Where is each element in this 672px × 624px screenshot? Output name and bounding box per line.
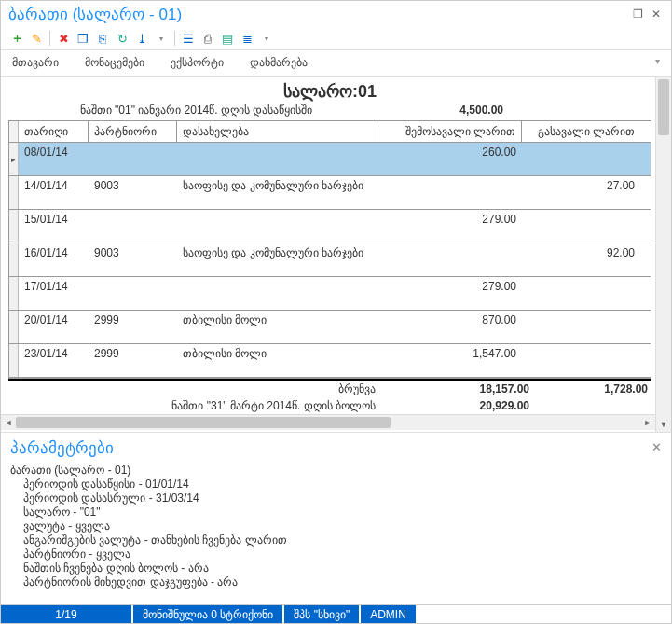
cell-partner: 2999 [89, 311, 177, 343]
col-date[interactable]: თარიღი [19, 121, 89, 142]
menu-overflow-icon[interactable]: ▾ [655, 56, 660, 69]
window-title: ბარათი (სალარო - 01) [8, 5, 182, 24]
hscroll-thumb[interactable] [16, 417, 391, 428]
table-row[interactable]: 14/01/149003საოფისე და კომუნალური ხარჯებ… [9, 176, 651, 210]
table-row[interactable]: 15/01/14279.00 [9, 210, 651, 243]
report-title: სალარო:01 [8, 77, 651, 102]
col-name[interactable]: დასახელება [177, 121, 377, 142]
cell-date: 15/01/14 [19, 210, 89, 243]
cell-name: საოფისე და კომუნალური ხარჯები [177, 176, 377, 209]
row-indicator-icon [9, 176, 19, 209]
add-button[interactable]: ＋ [8, 30, 25, 47]
cell-date: 08/01/14 [19, 143, 89, 175]
cell-outgo: 27.00 [522, 176, 640, 209]
closing-balance-value: 20,929.00 [385, 399, 529, 412]
turnover-outgo: 1,728.00 [529, 382, 648, 395]
horizontal-scrollbar[interactable]: ◄ ► [1, 414, 655, 430]
param-line: ნაშთის ჩვენება დღის ბოლოს - არა [10, 562, 662, 575]
cell-name: თბილისი მოლი [177, 311, 377, 343]
excel-button[interactable]: ▤ [219, 30, 236, 47]
vscroll-thumb[interactable] [658, 79, 669, 135]
col-income[interactable]: შემოსავალი ლარით [377, 121, 522, 142]
cell-income [377, 176, 522, 209]
cell-name: თბილისი მოლი [177, 344, 377, 377]
print-button[interactable]: ⎙ [199, 30, 216, 47]
dropdown-icon[interactable]: ▾ [258, 30, 275, 47]
cell-income [377, 243, 522, 276]
cell-outgo [522, 344, 640, 377]
row-indicator-icon [9, 243, 19, 276]
cell-partner: 9003 [89, 176, 177, 209]
scroll-down-icon[interactable]: ▼ [656, 417, 671, 432]
status-bar: 1/19 მონიშნულია 0 სტრიქონი შპს "სხივი" A… [1, 604, 671, 623]
col-outgo[interactable]: გასავალი ლარით [522, 121, 640, 142]
separator [174, 31, 175, 46]
params-title: პარამეტრები [10, 433, 662, 464]
toolbar: ＋ ✎ ✖ ❐ ⎘ ↻ ⤓ ▾ ☰ ⎙ ▤ ≣ ▾ [1, 27, 671, 50]
cell-income: 260.00 [377, 143, 522, 175]
param-line: პარტნიორი - ყველა [10, 548, 662, 562]
export-button[interactable]: ⤓ [133, 30, 150, 47]
col-partner[interactable]: პარტნიორი [89, 121, 177, 142]
cell-name: საოფისე და კომუნალური ხარჯები [177, 243, 377, 276]
cell-date: 14/01/14 [19, 176, 89, 209]
closing-balance-label: ნაშთი "31" მარტი 2014წ. დღის ბოლოს [12, 399, 385, 412]
word-button[interactable]: ≣ [239, 30, 255, 47]
cell-date: 20/01/14 [19, 311, 89, 343]
menu-export[interactable]: ექსპორტი [171, 56, 224, 69]
cell-date: 16/01/14 [19, 243, 89, 276]
cell-income: 1,547.00 [377, 344, 522, 377]
cell-date: 23/01/14 [19, 344, 89, 377]
opening-balance-label: ნაშთი "01" იანვარი 2014წ. დღის დასაწყისშ… [18, 104, 375, 117]
cell-partner: 2999 [89, 344, 177, 377]
cell-name [177, 277, 377, 310]
cell-outgo [522, 210, 640, 243]
cell-name [177, 210, 377, 243]
cell-partner [89, 210, 177, 243]
menu-help[interactable]: დახმარება [250, 56, 308, 69]
status-user: ADMIN [361, 605, 416, 623]
table-row[interactable]: 20/01/142999თბილისი მოლი870.00 [9, 311, 651, 344]
window-restore-icon[interactable]: ❐ [631, 7, 646, 21]
edit-button[interactable]: ✎ [28, 30, 45, 47]
menu-main[interactable]: მთავარი [12, 56, 59, 69]
copy-button[interactable]: ❐ [75, 30, 91, 47]
cell-partner: 9003 [89, 243, 177, 276]
param-line: ბარათი (სალარო - 01) [10, 464, 662, 478]
cell-income: 279.00 [377, 277, 522, 310]
scroll-left-icon[interactable]: ◄ [1, 418, 16, 427]
dropdown-icon[interactable]: ▾ [153, 30, 170, 47]
table-row[interactable]: 16/01/149003საოფისე და კომუნალური ხარჯებ… [9, 243, 651, 277]
table-row[interactable]: ▸08/01/14260.00 [9, 143, 651, 176]
refresh-button[interactable]: ↻ [114, 30, 130, 47]
row-indicator-icon [9, 344, 19, 377]
status-company: შპს "სხივი" [284, 605, 359, 623]
vertical-scrollbar[interactable]: ▼ [655, 77, 671, 432]
table-row[interactable]: 23/01/142999თბილისი მოლი1,547.00 [9, 344, 651, 378]
param-line: პარტნიორის მიხედვით დაჯგუფება - არა [10, 575, 662, 589]
window-close-icon[interactable]: ✕ [649, 7, 664, 21]
table-row[interactable]: 17/01/14279.00 [9, 277, 651, 311]
cell-name [177, 143, 377, 175]
row-indicator-icon [9, 311, 19, 343]
menu-data[interactable]: მონაცემები [85, 56, 144, 69]
cell-income: 279.00 [377, 210, 522, 243]
param-line: პერიოდის დასაწყისი - 01/01/14 [10, 478, 662, 492]
preview-button[interactable]: ☰ [180, 30, 197, 47]
param-line: პერიოდის დასასრული - 31/03/14 [10, 492, 662, 506]
cell-outgo [522, 311, 640, 343]
cell-outgo: 92.00 [522, 243, 640, 276]
row-indicator-icon: ▸ [9, 143, 19, 175]
cell-partner [89, 143, 177, 175]
row-indicator-icon [9, 210, 19, 243]
turnover-label: ბრუნვა [12, 382, 385, 395]
turnover-income: 18,157.00 [385, 382, 529, 395]
scroll-right-icon[interactable]: ► [640, 418, 655, 427]
cell-partner [89, 277, 177, 310]
delete-button[interactable]: ✖ [55, 30, 72, 47]
param-line: სალარო - "01" [10, 506, 662, 520]
params-close-icon[interactable]: ✕ [651, 440, 662, 454]
duplicate-button[interactable]: ⎘ [94, 30, 111, 47]
parameters-panel: ✕ პარამეტრები ბარათი (სალარო - 01)პერიოდ… [1, 432, 671, 609]
row-indicator-icon [9, 277, 19, 310]
